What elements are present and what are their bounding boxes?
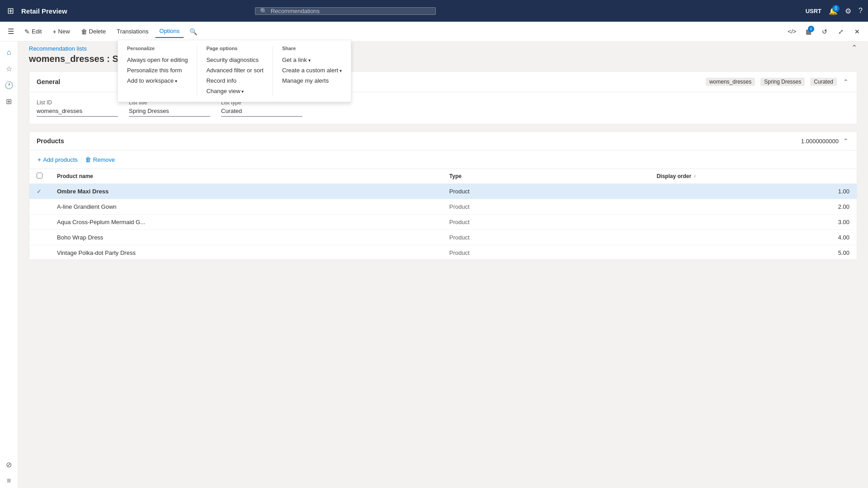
sidebar-filter-icon[interactable]: ⊘: [2, 457, 16, 472]
search-box[interactable]: 🔍: [255, 7, 436, 15]
column-badge: 0: [808, 26, 814, 32]
list-id-field: List ID womens_dresses: [37, 99, 118, 117]
products-card: Products 1.0000000000 ⌃ + Add products 🗑…: [29, 131, 857, 260]
get-link-item[interactable]: Get a link: [282, 55, 342, 65]
row-type: Product: [442, 245, 650, 260]
list-id-label: List ID: [37, 99, 118, 106]
row-display-order: 5.00: [649, 245, 857, 260]
products-count: 1.0000000000: [801, 138, 839, 145]
manage-alerts-item[interactable]: Manage my alerts: [282, 75, 342, 86]
table-row[interactable]: Vintage Polka-dot Party Dress Product 5.…: [29, 245, 857, 260]
toolbar: ☰ ✎ Edit + New 🗑 Delete Translations Opt…: [0, 22, 868, 42]
row-check[interactable]: [29, 215, 50, 230]
row-display-order: 1.00: [649, 184, 857, 199]
personalize-section: Personalize Always open for editing Pers…: [118, 46, 197, 96]
list-title-value: Spring Dresses: [129, 108, 210, 117]
sidebar-modules-icon[interactable]: ⊞: [2, 94, 16, 108]
page-options-section: Page options Security diagnostics Advanc…: [197, 46, 273, 96]
app-title: Retail Preview: [21, 7, 67, 15]
sidebar-favorites-icon[interactable]: ☆: [2, 61, 16, 76]
remove-button[interactable]: 🗑 Remove: [84, 154, 116, 165]
options-button[interactable]: Options: [155, 25, 184, 38]
row-display-order: 4.00: [649, 230, 857, 245]
search-input[interactable]: [271, 8, 431, 14]
share-section: Share Get a link Create a custom alert M…: [273, 46, 351, 96]
row-check[interactable]: [29, 230, 50, 245]
list-type-tag: Curated: [810, 78, 837, 86]
edit-icon: ✎: [24, 28, 30, 35]
change-view-item[interactable]: Change view: [206, 86, 263, 96]
page-options-title: Page options: [206, 46, 263, 51]
options-dropdown: Personalize Always open for editing Pers…: [118, 40, 351, 102]
table-row[interactable]: Aqua Cross-Peplum Mermaid G... Product 3…: [29, 215, 857, 230]
search-icon: 🔍: [260, 8, 267, 14]
row-type: Product: [442, 199, 650, 215]
row-check[interactable]: [29, 199, 50, 215]
row-product-name: Aqua Cross-Peplum Mermaid G...: [50, 215, 442, 230]
refresh-icon: ↺: [822, 28, 827, 35]
add-to-workspace-item[interactable]: Add to workspace: [127, 75, 188, 86]
row-type: Product: [442, 184, 650, 199]
settings-icon[interactable]: ⚙: [845, 7, 851, 15]
open-window-icon: ⤢: [838, 28, 844, 35]
col-header-type[interactable]: Type: [442, 169, 650, 184]
row-type: Product: [442, 230, 650, 245]
list-id-tag: womens_dresses: [706, 78, 755, 86]
translations-button[interactable]: Translations: [112, 25, 153, 38]
code-view-button[interactable]: </>: [785, 24, 799, 39]
table-row[interactable]: Boho Wrap Dress Product 4.00: [29, 230, 857, 245]
new-button[interactable]: + New: [48, 25, 74, 38]
row-check[interactable]: [29, 245, 50, 260]
always-open-editing-item[interactable]: Always open for editing: [127, 55, 188, 65]
close-button[interactable]: ✕: [850, 24, 864, 39]
col-header-check: [29, 169, 50, 184]
general-collapse-button[interactable]: ⌃: [842, 77, 849, 86]
row-product-name: Vintage Polka-dot Party Dress: [50, 245, 442, 260]
column-toggle-button[interactable]: ▦ 0: [801, 24, 816, 39]
sidebar-toggle-icon[interactable]: ☰: [4, 24, 18, 39]
row-check[interactable]: ✓: [29, 184, 50, 199]
add-icon: +: [38, 156, 41, 163]
col-header-display-order[interactable]: Display order ↑: [649, 169, 857, 184]
row-display-order: 3.00: [649, 215, 857, 230]
add-products-button[interactable]: + Add products: [37, 154, 79, 165]
notification-badge: 0: [832, 5, 840, 12]
advanced-filter-item[interactable]: Advanced filter or sort: [206, 65, 263, 75]
row-product-name: Boho Wrap Dress: [50, 230, 442, 245]
row-product-name: A-line Grandient Gown: [50, 199, 442, 215]
table-row[interactable]: ✓ Ombre Maxi Dress Product 1.00: [29, 184, 857, 199]
products-actions: + Add products 🗑 Remove: [29, 150, 857, 169]
help-icon[interactable]: ?: [859, 7, 863, 15]
notification-icon[interactable]: 🔔 0: [829, 7, 838, 15]
check-icon: ✓: [37, 188, 42, 195]
sidebar-home-icon[interactable]: ⌂: [2, 45, 16, 60]
personalize-form-item[interactable]: Personalize this form: [127, 65, 188, 75]
sidebar-recent-icon[interactable]: 🕐: [2, 78, 16, 92]
create-alert-item[interactable]: Create a custom alert: [282, 65, 342, 75]
products-section-title: Products: [37, 137, 64, 145]
products-table-wrapper: Product name Type Display order ↑ ✓ Ombr…: [29, 169, 857, 259]
waffle-icon[interactable]: ⊞: [5, 4, 16, 18]
record-info-item[interactable]: Record info: [206, 75, 263, 86]
refresh-button[interactable]: ↺: [817, 24, 832, 39]
page-collapse-button[interactable]: ⌃: [851, 43, 857, 52]
left-sidebar: ⌂ ☆ 🕐 ⊞ ⊘ ≡: [0, 42, 18, 488]
code-icon: </>: [788, 28, 797, 35]
open-new-window-button[interactable]: ⤢: [834, 24, 848, 39]
sidebar-list-icon[interactable]: ≡: [2, 474, 16, 488]
list-id-value: womens_dresses: [37, 108, 118, 117]
security-diagnostics-item[interactable]: Security diagnostics: [206, 55, 263, 65]
search-toolbar-icon: 🔍: [189, 28, 197, 35]
select-all-checkbox[interactable]: [37, 173, 42, 178]
row-display-order: 2.00: [649, 199, 857, 215]
edit-button[interactable]: ✎ Edit: [20, 25, 46, 38]
general-header-right: womens_dresses Spring Dresses Curated ⌃: [706, 77, 849, 86]
personalize-title: Personalize: [127, 46, 188, 51]
toolbar-search-button[interactable]: 🔍: [186, 24, 200, 39]
table-row[interactable]: A-line Grandient Gown Product 2.00: [29, 199, 857, 215]
row-product-name: Ombre Maxi Dress: [50, 184, 442, 199]
col-header-product-name[interactable]: Product name: [50, 169, 442, 184]
products-card-header: Products 1.0000000000 ⌃: [29, 132, 857, 150]
products-collapse-button[interactable]: ⌃: [842, 136, 849, 145]
delete-button[interactable]: 🗑 Delete: [76, 25, 111, 38]
